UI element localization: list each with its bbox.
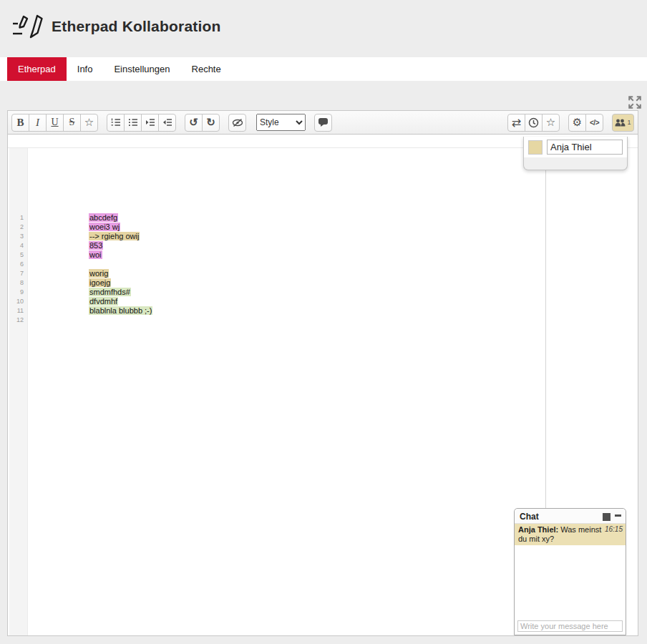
show-users-button[interactable]: 1 xyxy=(612,114,634,132)
line-number: 5 xyxy=(9,250,27,260)
outdent-icon[interactable] xyxy=(158,114,176,132)
line-number: 9 xyxy=(9,288,27,297)
redo-icon[interactable]: ↻ xyxy=(202,114,220,132)
import-export-icon[interactable]: ⇄ xyxy=(507,114,525,132)
author-color-swatch[interactable] xyxy=(528,140,543,155)
comment-group xyxy=(314,114,332,132)
history-group: ⇄ ☆ xyxy=(507,114,560,132)
tab-etherpad[interactable]: Etherpad xyxy=(7,57,67,81)
format-button-group: B I U S ☆ xyxy=(11,114,98,132)
chat-stick-to-screen-icon[interactable] xyxy=(603,513,610,521)
chat-title: Chat xyxy=(520,512,539,522)
users-group: 1 xyxy=(612,114,634,132)
ordered-list-icon[interactable] xyxy=(107,114,125,132)
style-select[interactable]: Style xyxy=(256,114,306,131)
editor-line[interactable]: igoejg xyxy=(89,278,152,288)
page-header: Etherpad Kollaboration xyxy=(11,11,221,42)
chat-message: 16:15Anja Thiel: Was meinst du mit xy? xyxy=(515,524,626,545)
editor-line[interactable]: smdmfhds# xyxy=(89,288,152,297)
authorship-group xyxy=(228,114,246,132)
list-button-group xyxy=(107,114,176,132)
editor-line[interactable]: blablnla blubbb ;-) xyxy=(89,306,152,316)
line-number: 11 xyxy=(9,306,27,316)
editor-line[interactable]: worig xyxy=(89,269,152,278)
line-number: 6 xyxy=(9,260,27,269)
chat-box: Chat 16:15Anja Thiel: Was meinst du mit … xyxy=(514,508,626,635)
line-number: 4 xyxy=(9,241,27,250)
line-number: 3 xyxy=(9,232,27,241)
line-number: 10 xyxy=(9,297,27,306)
editor-line[interactable]: woi xyxy=(89,250,152,260)
comment-icon[interactable] xyxy=(314,114,332,132)
undo-redo-group: ↺ ↻ xyxy=(185,114,220,132)
username-input[interactable] xyxy=(547,140,623,155)
bold-button[interactable]: B xyxy=(11,114,29,132)
editor-line[interactable]: abcdefg xyxy=(89,213,152,223)
etherpad-toolbar: B I U S ☆ xyxy=(8,111,638,135)
line-number: 2 xyxy=(9,223,27,232)
line-number: 1 xyxy=(9,213,27,223)
line-number-gutter: 123456789101112 xyxy=(9,148,28,635)
tab-info[interactable]: Info xyxy=(67,57,104,81)
chat-header: Chat xyxy=(515,509,626,524)
settings-gear-icon[interactable]: ⚙ xyxy=(568,114,586,132)
chat-message-list: 16:15Anja Thiel: Was meinst du mit xy? xyxy=(515,524,626,635)
page-title: Etherpad Kollaboration xyxy=(52,18,221,35)
users-dropdown xyxy=(523,137,628,170)
editor-line[interactable] xyxy=(89,316,152,325)
line-number: 7 xyxy=(9,269,27,278)
editor-line[interactable]: --> rgiehg owij xyxy=(89,232,152,241)
strikethrough-button[interactable]: S xyxy=(63,114,81,132)
saved-revision-star-icon[interactable]: ☆ xyxy=(542,114,560,132)
user-row xyxy=(524,137,627,157)
italic-button[interactable]: I xyxy=(29,114,47,132)
undo-icon[interactable]: ↺ xyxy=(185,114,203,132)
line-number: 8 xyxy=(9,278,27,288)
users-icon xyxy=(615,119,626,127)
editor-text-content[interactable]: abcdefgwoei3 wj--> rgiehg owij853woiwori… xyxy=(89,213,152,325)
line-number: 12 xyxy=(9,316,27,325)
unordered-list-icon[interactable] xyxy=(124,114,142,132)
online-user-count: 1 xyxy=(627,119,631,126)
tab-einstellungen[interactable]: Einstellungen xyxy=(103,57,180,81)
tab-rechte[interactable]: Rechte xyxy=(181,57,232,81)
indent-icon[interactable] xyxy=(141,114,159,132)
editor-line[interactable] xyxy=(89,260,152,269)
editor-line[interactable]: dfvdmhf xyxy=(89,297,152,306)
clear-authorship-eye-icon[interactable] xyxy=(228,114,246,132)
star-format-button[interactable]: ☆ xyxy=(80,114,98,132)
toolbar-right-section: ⇄ ☆ ⚙ </> xyxy=(507,114,634,132)
users-dropdown-footer xyxy=(524,157,627,170)
chat-message-input[interactable] xyxy=(517,620,623,632)
underline-button[interactable]: U xyxy=(46,114,64,132)
chat-minimize-icon[interactable] xyxy=(615,514,621,517)
chat-controls xyxy=(603,513,621,521)
editor-line[interactable]: 853 xyxy=(89,241,152,250)
tab-bar: EtherpadInfoEinstellungenRechte xyxy=(0,57,647,81)
editor-line[interactable]: woei3 wj xyxy=(89,223,152,232)
etherpad-pencil-icon xyxy=(11,11,43,42)
settings-group: ⚙ </> xyxy=(568,114,603,132)
timeslider-clock-icon[interactable] xyxy=(525,114,543,132)
fullscreen-expand-icon[interactable] xyxy=(628,95,642,109)
embed-code-icon[interactable]: </> xyxy=(585,114,603,132)
